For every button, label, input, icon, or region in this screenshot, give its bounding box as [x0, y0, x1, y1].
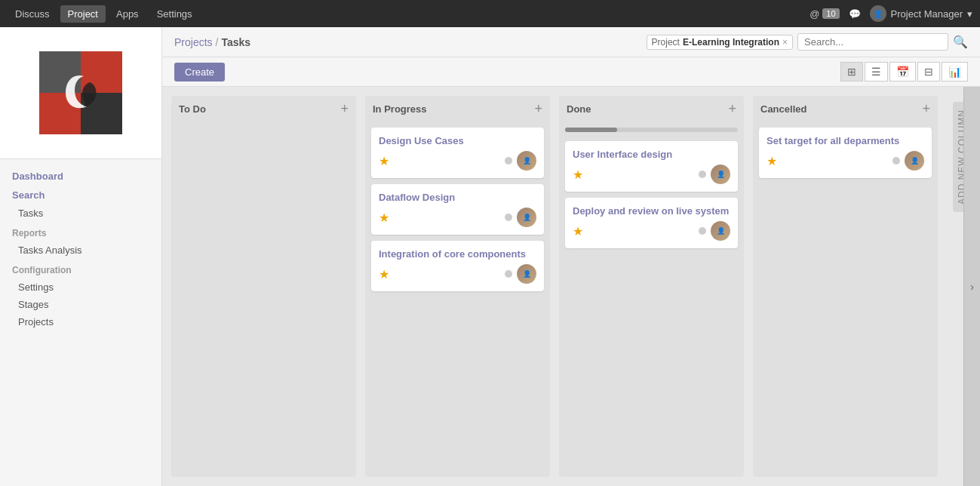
star-icon[interactable]: ★	[379, 267, 389, 281]
kanban-column-cancelled: Cancelled + Set target for all deparment…	[753, 96, 938, 477]
avatar: 👤	[517, 151, 536, 171]
notification-count: 10	[822, 8, 839, 19]
done-cards: User Interface design ★ 👤 Dep	[559, 141, 744, 254]
view-chart-button[interactable]: 📊	[942, 62, 968, 82]
card-footer: ★ 👤	[573, 221, 730, 241]
sidebar-item-tasks-analysis[interactable]: Tasks Analysis	[0, 241, 161, 259]
topnav-right: @ 10 💬 👤 Project Manager ▾	[809, 5, 972, 22]
column-header-cancelled: Cancelled +	[753, 96, 938, 122]
filter-value: E-Learning Integration	[683, 37, 779, 48]
kanban-board-wrapper: To Do + In Progress + Design U	[162, 87, 980, 486]
kanban-column-in-progress: In Progress + Design Use Cases ★ 👤	[365, 96, 550, 477]
chat-icon[interactable]: 💬	[849, 8, 861, 20]
nav-item-project[interactable]: Project	[60, 5, 106, 23]
star-icon[interactable]: ★	[379, 211, 389, 225]
kanban-board: To Do + In Progress + Design U	[162, 87, 980, 486]
dropdown-icon: ▾	[967, 8, 972, 20]
card-design-use-cases[interactable]: Design Use Cases ★ 👤	[371, 128, 544, 178]
filter-tag-project: Project E-Learning Integration ×	[647, 35, 793, 50]
column-header-todo: To Do +	[171, 96, 356, 122]
card-deploy-review[interactable]: Deploy and review on live system ★ 👤	[565, 198, 738, 248]
star-icon[interactable]: ★	[573, 168, 583, 182]
nav-item-discuss[interactable]: Discuss	[8, 5, 57, 23]
main-toolbar: Create ⊞ ☰ 📅 ⊟ 📊	[162, 57, 980, 87]
logo-svg	[51, 63, 111, 123]
view-grid-button[interactable]: ⊟	[917, 62, 940, 82]
filter-remove-button[interactable]: ×	[782, 37, 788, 48]
in-progress-cards: Design Use Cases ★ 👤 Dataflow	[365, 128, 550, 297]
card-title: Set target for all deparments	[766, 135, 924, 146]
cancelled-cards: Set target for all deparments ★ 👤	[753, 128, 938, 184]
main-header: Projects / Tasks Project E-Learning Inte…	[162, 27, 980, 57]
nav-item-apps[interactable]: Apps	[109, 5, 146, 23]
card-footer: ★ 👤	[573, 165, 730, 184]
main-area: Projects / Tasks Project E-Learning Inte…	[162, 27, 980, 486]
card-dataflow-design[interactable]: Dataflow Design ★ 👤	[371, 184, 544, 235]
card-set-target[interactable]: Set target for all deparments ★ 👤	[759, 128, 932, 178]
card-title: Deploy and review on live system	[573, 205, 730, 217]
sidebar-group-reports: Reports	[0, 222, 161, 241]
sidebar-item-settings[interactable]: Settings	[0, 278, 161, 296]
notification-area[interactable]: @ 10	[809, 8, 839, 20]
card-right: 👤	[699, 165, 730, 184]
sidebar-item-tasks[interactable]: Tasks	[0, 205, 161, 222]
app-logo	[39, 51, 122, 134]
user-menu[interactable]: 👤 Project Manager ▾	[870, 5, 972, 22]
user-name: Project Manager	[891, 8, 963, 20]
star-icon[interactable]: ★	[766, 154, 777, 168]
scroll-right-button[interactable]: ›	[963, 87, 980, 486]
done-progress-fill	[565, 128, 617, 132]
card-right: 👤	[505, 264, 536, 284]
breadcrumb-projects[interactable]: Projects	[174, 36, 213, 48]
avatar: 👤	[870, 5, 886, 22]
search-icon[interactable]: 🔍	[953, 35, 968, 49]
card-right: 👤	[505, 208, 536, 227]
create-button[interactable]: Create	[174, 63, 225, 82]
add-card-in-progress-button[interactable]: +	[534, 102, 542, 115]
add-card-done-button[interactable]: +	[728, 102, 736, 115]
layout: Dashboard Search Tasks Reports Tasks Ana…	[0, 27, 980, 486]
at-icon: @	[809, 8, 819, 20]
status-dot	[505, 214, 512, 221]
star-icon[interactable]: ★	[573, 224, 583, 238]
add-card-cancelled-button[interactable]: +	[922, 102, 930, 115]
add-card-todo-button[interactable]: +	[340, 102, 349, 115]
sidebar-item-dashboard[interactable]: Dashboard	[0, 167, 161, 186]
sidebar: Dashboard Search Tasks Reports Tasks Ana…	[0, 27, 162, 486]
breadcrumb-separator: /	[216, 36, 219, 48]
card-footer: ★ 👤	[766, 151, 924, 171]
card-footer: ★ 👤	[379, 151, 536, 171]
sidebar-item-stages[interactable]: Stages	[0, 296, 161, 313]
nav-item-settings[interactable]: Settings	[149, 5, 200, 23]
card-integration-core[interactable]: Integration of core components ★ 👤	[371, 241, 544, 291]
sidebar-nav: Dashboard Search Tasks Reports Tasks Ana…	[0, 159, 161, 486]
sidebar-item-projects[interactable]: Projects	[0, 313, 161, 331]
column-title-in-progress: In Progress	[373, 103, 427, 115]
done-progress-bar	[565, 128, 738, 132]
avatar: 👤	[905, 151, 924, 171]
view-kanban-button[interactable]: ⊞	[840, 62, 863, 82]
sidebar-item-search[interactable]: Search	[0, 186, 161, 205]
breadcrumb: Projects / Tasks	[174, 36, 250, 48]
status-dot	[505, 157, 512, 165]
status-dot	[505, 270, 512, 278]
view-icons: ⊞ ☰ 📅 ⊟ 📊	[840, 62, 968, 82]
breadcrumb-tasks: Tasks	[221, 36, 250, 48]
column-header-done: Done +	[559, 96, 744, 122]
view-list-button[interactable]: ☰	[865, 62, 888, 82]
view-calendar-button[interactable]: 📅	[889, 62, 916, 82]
card-title: Integration of core components	[379, 248, 536, 260]
card-user-interface-design[interactable]: User Interface design ★ 👤	[565, 141, 738, 192]
card-footer: ★ 👤	[379, 264, 536, 284]
sidebar-group-configuration: Configuration	[0, 259, 161, 278]
status-dot	[699, 227, 706, 235]
column-title-todo: To Do	[179, 103, 206, 115]
search-input[interactable]	[797, 33, 948, 51]
avatar: 👤	[517, 264, 536, 284]
avatar: 👤	[711, 165, 730, 184]
card-right: 👤	[699, 221, 730, 241]
card-title: Dataflow Design	[379, 192, 536, 203]
card-right: 👤	[892, 151, 924, 171]
star-icon[interactable]: ★	[379, 154, 389, 168]
card-title: User Interface design	[573, 149, 730, 160]
